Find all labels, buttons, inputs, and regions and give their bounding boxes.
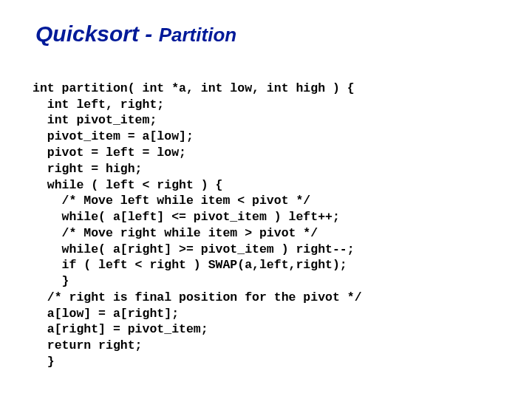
code-line: /* Move left while item < pivot */ [33,194,310,208]
code-line: a[low] = a[right]; [33,307,179,321]
code-line: pivot = left = low; [33,146,186,160]
code-line: } [33,355,55,369]
code-line: while ( left < right ) { [33,178,222,192]
title-sub: Partition [159,24,236,46]
code-line: int pivot_item; [33,113,157,127]
code-line: return right; [33,338,143,352]
code-line: pivot_item = a[low]; [33,129,194,143]
slide-title: Quicksort - Partition [35,21,502,47]
code-block: int partition( int *a, int low, int high… [33,64,502,386]
code-line: /* Move right while item > pivot */ [33,226,318,240]
code-line: right = high; [33,162,143,176]
title-main: Quicksort - [35,21,159,46]
slide: Quicksort - Partition int partition( int… [0,0,532,399]
code-line: int left, right; [33,98,164,112]
code-line: /* right is final position for the pivot… [33,290,362,304]
code-line: while( a[right] >= pivot_item ) right--; [33,242,355,256]
code-line: int partition( int *a, int low, int high… [33,81,355,95]
code-line: if ( left < right ) SWAP(a,left,right); [33,258,347,272]
code-line: while( a[left] <= pivot_item ) left++; [33,210,340,224]
code-line: } [33,274,69,288]
code-line: a[right] = pivot_item; [33,322,208,336]
